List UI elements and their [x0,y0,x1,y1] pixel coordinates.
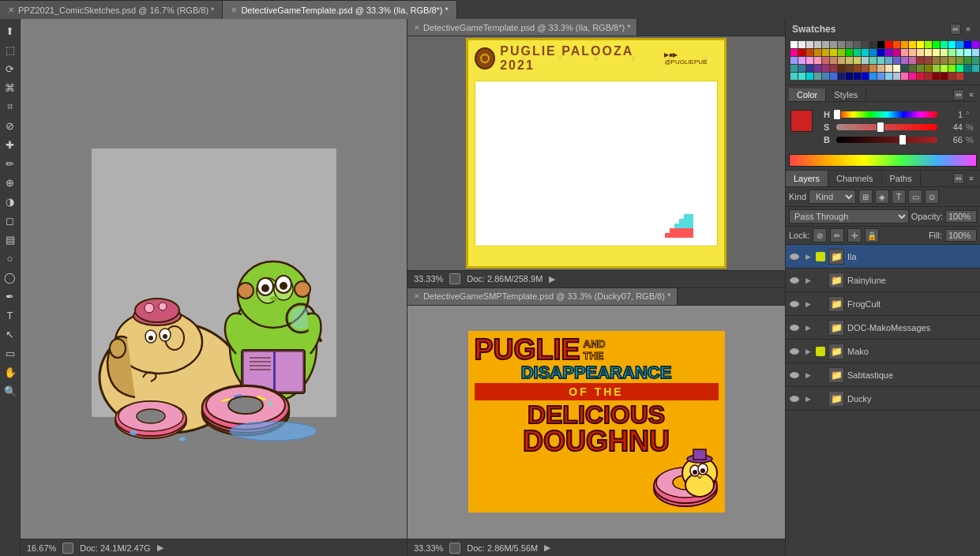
blend-mode-select[interactable]: Pass Through Normal Multiply Screen Over… [789,209,909,224]
tab-layers[interactable]: Layers [786,171,828,186]
swatch-cell[interactable] [838,41,845,48]
swatch-cell[interactable] [941,57,948,64]
swatch-cell[interactable] [790,41,798,48]
swatch-cell[interactable] [925,57,932,64]
tool-crop[interactable]: ⌗ [2,98,19,115]
swatch-cell[interactable] [854,65,861,72]
swatch-cell[interactable] [956,49,963,56]
layer-visibility[interactable] [789,346,800,357]
tab-ppz2021[interactable]: ✕ PPZ2021_ComicSketches.psd @ 16.7% (RGB… [0,0,223,19]
swatch-cell[interactable] [933,41,940,48]
swatch-cell[interactable] [917,49,924,56]
tool-dodge[interactable]: ◯ [2,269,19,286]
swatch-cell[interactable] [901,57,908,64]
layer-item[interactable]: ▶📁FrogCult [786,292,980,316]
swatch-cell[interactable] [909,65,916,72]
tool-shape[interactable]: ▭ [2,344,19,362]
swatch-cell[interactable] [806,73,813,80]
kind-select[interactable]: Kind [809,190,856,204]
swatch-cell[interactable] [798,73,805,80]
swatch-cell[interactable] [854,41,861,48]
swatches-grid[interactable] [789,39,977,81]
status-arrow-top[interactable]: ▶ [549,274,555,284]
layer-item[interactable]: ▶📁Ducky [786,387,980,411]
swatch-cell[interactable] [972,49,979,56]
layer-expand[interactable]: ▶ [803,370,813,380]
layers-expand[interactable]: ⇔ [953,173,964,184]
swatch-cell[interactable] [830,57,837,64]
tool-pen[interactable]: ✒ [2,287,19,305]
swatches-menu[interactable]: ≡ [963,24,974,35]
swatch-cell[interactable] [877,57,884,64]
swatch-cell[interactable] [933,49,940,56]
tool-brush[interactable]: ✏ [2,155,19,172]
swatch-cell[interactable] [901,41,908,48]
swatch-cell[interactable] [917,57,924,64]
layer-filter-pixel[interactable]: ⊞ [858,190,873,204]
tool-lasso[interactable]: ⟳ [2,60,19,77]
swatch-cell[interactable] [877,65,884,72]
layer-visibility[interactable] [789,299,800,310]
swatch-cell[interactable] [838,49,845,56]
swatch-cell[interactable] [917,73,924,80]
swatch-cell[interactable] [941,49,948,56]
swatch-cell[interactable] [790,73,798,80]
tool-move[interactable]: ⬆ [2,22,19,39]
layer-expand[interactable]: ▶ [803,323,813,332]
swatch-cell[interactable] [822,73,829,80]
tool-path-select[interactable]: ↖ [2,325,19,343]
tool-eraser[interactable]: ◻ [2,212,19,229]
swatch-cell[interactable] [822,41,829,48]
swatch-cell[interactable] [806,65,813,72]
swatch-cell[interactable] [909,73,916,80]
layer-expand[interactable]: ▶ [803,394,813,404]
swatch-cell[interactable] [964,65,971,72]
status-arrow-bottom[interactable]: ▶ [544,543,550,553]
swatch-cell[interactable] [814,73,821,80]
swatch-cell[interactable] [846,57,853,64]
swatch-cell[interactable] [822,49,829,56]
canvas-tab-detective-template[interactable]: ✕ DetectiveGameTemplate.psd @ 33.3% (Ila… [407,19,637,36]
swatch-cell[interactable] [964,57,971,64]
tool-zoom[interactable]: 🔍 [2,382,19,400]
layer-item[interactable]: ▶📁Ila [786,245,980,269]
swatch-cell[interactable] [830,49,837,56]
fill-input[interactable] [945,229,977,242]
layer-item[interactable]: ▶📁Sabtastique [786,363,980,387]
doc-icon-bottom[interactable] [449,543,460,554]
swatch-cell[interactable] [846,65,853,72]
doc-icon-left[interactable] [62,543,73,554]
tab-styles[interactable]: Styles [826,88,866,101]
swatch-cell[interactable] [901,49,908,56]
tool-blur[interactable]: ○ [2,250,19,267]
swatch-cell[interactable] [885,41,892,48]
swatch-cell[interactable] [901,65,908,72]
color-preview[interactable] [790,110,813,132]
swatch-cell[interactable] [877,41,884,48]
opacity-input[interactable] [945,210,977,223]
canvas-tab-close-top[interactable]: ✕ [414,24,420,32]
swatch-cell[interactable] [830,65,837,72]
swatch-cell[interactable] [893,65,900,72]
swatch-cell[interactable] [814,41,821,48]
tool-select[interactable]: ⬚ [2,41,19,58]
swatch-cell[interactable] [885,73,892,80]
swatch-cell[interactable] [822,57,829,64]
layer-filter-adjust[interactable]: ◈ [875,190,889,204]
swatch-cell[interactable] [948,65,956,72]
swatch-cell[interactable] [972,57,979,64]
swatch-cell[interactable] [814,49,821,56]
swatch-cell[interactable] [814,57,821,64]
swatch-cell[interactable] [948,73,956,80]
swatch-cell[interactable] [846,73,853,80]
swatch-cell[interactable] [862,57,869,64]
canvas-viewport-bottom[interactable]: PUGLIE AND THE DISAPPEARANCE OF THE [407,306,785,539]
tab-close-ppz2021[interactable]: ✕ [8,6,14,14]
tool-clone[interactable]: ⊕ [2,174,19,191]
swatch-cell[interactable] [893,41,900,48]
lock-position[interactable]: ✛ [847,228,862,242]
swatch-cell[interactable] [838,57,845,64]
tool-eyedrop[interactable]: ⊘ [2,117,19,134]
lock-transparent[interactable]: ⊘ [813,228,827,242]
tab-channels[interactable]: Channels [828,171,881,186]
